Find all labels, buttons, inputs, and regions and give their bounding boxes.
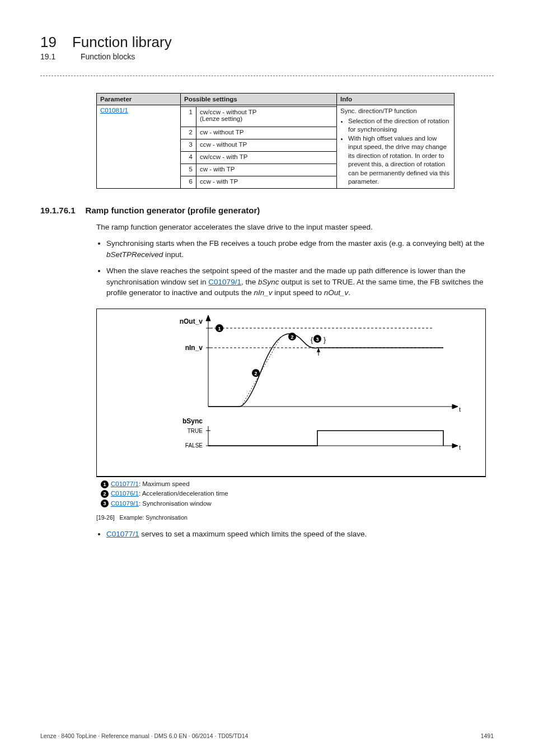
parameter-table: Parameter Possible settings Info C01081/… — [96, 93, 455, 189]
setting-num: 2 — [181, 127, 196, 139]
th-parameter: Parameter — [97, 94, 181, 105]
figure: { } 1 2 3 2 nOut_v nIn_v t bSync — [96, 309, 486, 511]
setting-num: 5 — [181, 164, 196, 176]
svg-text:nOut_v: nOut_v — [180, 318, 203, 325]
subsection-title: Ramp function generator (profile generat… — [86, 206, 260, 215]
footer-left: Lenze · 8400 TopLine · Reference manual … — [40, 732, 248, 739]
setting-text: cw/ccw - with TP — [196, 151, 337, 164]
param-link[interactable]: C01081/1 — [100, 107, 128, 114]
legend-link-3[interactable]: C01079/1 — [111, 500, 139, 507]
legend-text-3: : Synchronisation window — [139, 500, 212, 507]
info-title: Sync. direction/TP function — [340, 108, 417, 114]
svg-text:2: 2 — [254, 371, 257, 376]
sync-window-link[interactable]: C01079/1 — [208, 278, 241, 286]
svg-text:bSync: bSync — [182, 417, 203, 425]
setting-num: 1 — [181, 107, 196, 127]
svg-text:1: 1 — [218, 326, 221, 332]
info-bullet-2: With high offset values and low input sp… — [348, 134, 451, 186]
footer-page-number: 1491 — [481, 732, 494, 739]
setting-text: cw/ccw - without TP (Lenze setting) — [196, 107, 337, 127]
subsection-number: 19.1.76.1 — [40, 206, 76, 215]
svg-text:nIn_v: nIn_v — [185, 344, 203, 352]
section-number: 19.1 — [40, 52, 65, 61]
setting-num: 6 — [181, 176, 196, 188]
divider — [40, 76, 494, 76]
chapter-number: 19 — [40, 34, 57, 51]
svg-text:}: } — [324, 336, 326, 344]
svg-marker-2 — [206, 315, 210, 321]
maxspeed-link[interactable]: C01077/1 — [106, 530, 139, 538]
section-title: Function blocks — [81, 52, 135, 61]
setting-text: cw - with TP — [196, 164, 337, 176]
figure-caption-num: [19-26] — [96, 514, 115, 521]
setting-text: ccw - without TP — [196, 139, 337, 151]
svg-marker-11 — [317, 348, 320, 352]
svg-line-9 — [243, 337, 281, 404]
bottom-bullet: C01077/1 serves to set a maximum speed w… — [106, 530, 494, 538]
svg-text:3: 3 — [316, 337, 318, 342]
chapter-title: Function library — [72, 34, 172, 51]
legend-marker-1: 1 — [101, 480, 109, 488]
figure-caption-text: Example: Synchronisation — [119, 514, 187, 521]
legend-text-2: : Acceleration/deceleration time — [139, 490, 228, 497]
legend-text-1: : Maximum speed — [139, 480, 190, 487]
setting-num: 3 — [181, 139, 196, 151]
legend-link-1[interactable]: C01077/1 — [111, 480, 139, 487]
svg-text:t: t — [459, 406, 461, 413]
svg-text:TRUE: TRUE — [188, 428, 203, 434]
legend-marker-3: 3 — [101, 500, 109, 507]
legend-marker-2: 2 — [101, 490, 109, 498]
svg-marker-4 — [452, 404, 458, 409]
svg-marker-27 — [452, 444, 458, 448]
bullet-1: Synchronising starts when the FB receive… — [106, 238, 494, 260]
legend-link-2[interactable]: C01076/1 — [111, 490, 139, 497]
svg-text:t: t — [459, 444, 461, 451]
th-settings: Possible settings — [181, 94, 337, 105]
svg-text:{: { — [311, 336, 313, 344]
intro-paragraph: The ramp function generator accelerates … — [96, 222, 494, 233]
svg-text:2: 2 — [291, 334, 293, 340]
setting-num: 4 — [181, 151, 196, 164]
setting-text: cw - without TP — [196, 127, 337, 139]
info-bullet-1: Selection of the direction of rotation f… — [348, 117, 451, 134]
setting-text: ccw - with TP — [196, 176, 337, 188]
svg-text:FALSE: FALSE — [185, 442, 203, 449]
th-info: Info — [337, 94, 455, 105]
bullet-2: When the slave reaches the setpoint spee… — [106, 265, 494, 298]
